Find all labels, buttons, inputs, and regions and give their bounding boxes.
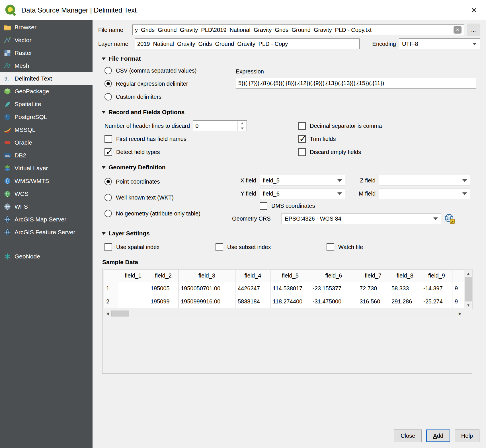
sidebar-item-label: ArcGIS Feature Server	[15, 229, 75, 236]
sidebar-item-geonode[interactable]: GeoNode	[0, 250, 93, 263]
virtual-layer-icon	[4, 165, 11, 172]
checkbox-icon	[327, 243, 334, 251]
checkbox-icon	[298, 135, 306, 143]
add-button[interactable]: Add	[426, 429, 450, 442]
checkbox-use-spatial-index[interactable]: Use spatial index	[104, 241, 216, 254]
geometry-crs-row: Geometry CRS EPSG:4326 - WGS 84	[232, 213, 480, 225]
sidebar-item-browser[interactable]: Browser	[0, 21, 93, 34]
sidebar-item-postgresql[interactable]: PostgreSQL	[0, 110, 93, 123]
sidebar-item-arcgis-feature-server[interactable]: ArcGIS Feature Server	[0, 226, 93, 239]
sidebar-item-delimited-text[interactable]: 9, Delimited Text	[0, 72, 93, 85]
vertical-scrollbar[interactable]	[464, 269, 473, 309]
sample-data-title: Sample Data	[98, 258, 480, 267]
data-source-manager-dialog: Data Source Manager | Delimited Text Bro…	[0, 0, 486, 448]
layer-name-value: 2019_National_Gravity_Grids_Ground_Gravi…	[137, 41, 288, 47]
sidebar-item-db2[interactable]: DB2 DB2	[0, 149, 93, 162]
sidebar-item-label: Raster	[15, 50, 32, 56]
expression-label: Expression	[236, 68, 476, 75]
checkbox-decimal-separator[interactable]: Decimal separator is comma	[298, 119, 480, 132]
checkbox-label: Trim fields	[310, 136, 336, 142]
radio-icon	[104, 194, 112, 201]
help-button[interactable]: Help	[455, 429, 479, 442]
section-geometry-definition[interactable]: Geometry Definition	[98, 163, 480, 172]
row-number: 2	[104, 295, 118, 308]
table-cell: 114.538017	[270, 282, 310, 295]
crs-dropdown[interactable]: EPSG:4326 - WGS 84	[282, 213, 441, 224]
window-close-button[interactable]	[467, 4, 481, 17]
radio-csv[interactable]: CSV (comma separated values)	[104, 64, 232, 77]
sidebar-item-raster[interactable]: Raster	[0, 46, 93, 59]
sidebar-item-vector[interactable]: Vector	[0, 34, 93, 46]
db2-icon: DB2	[4, 152, 11, 159]
section-file-format[interactable]: File Format	[98, 54, 480, 63]
header-lines-spinbox[interactable]: 0	[193, 120, 247, 131]
x-field-dropdown[interactable]: field_5	[260, 175, 345, 186]
sidebar-item-oracle[interactable]: Oracle	[0, 136, 93, 149]
checkbox-use-subset-index[interactable]: Use subset index	[216, 241, 327, 254]
encoding-dropdown[interactable]: UTF-8	[399, 38, 480, 49]
radio-point-coordinates[interactable]: Point coordinates	[104, 175, 232, 188]
select-crs-button[interactable]	[443, 213, 456, 225]
header-lines-value: 0	[193, 123, 237, 129]
radio-no-geometry[interactable]: No geometry (attribute only table)	[104, 207, 232, 220]
column-header: field_4	[235, 270, 270, 282]
radio-label: CSV (comma separated values)	[116, 67, 196, 74]
table-cell-clipped: 9	[452, 295, 464, 308]
browse-button[interactable]: ...	[467, 24, 480, 36]
layer-name-input[interactable]: 2019_National_Gravity_Grids_Ground_Gravi…	[135, 38, 360, 49]
mesh-icon	[4, 62, 11, 69]
checkbox-detect-field-types[interactable]: Detect field types	[104, 145, 298, 159]
sidebar-item-geopackage[interactable]: GeoPackage	[0, 85, 93, 98]
sidebar-item-label: WMS/WMTS	[15, 178, 49, 184]
scroll-up-icon[interactable]	[464, 270, 472, 277]
spin-down-button[interactable]	[238, 126, 247, 131]
table-cell: 291.286	[389, 295, 421, 308]
sidebar-item-wfs[interactable]: WFS	[0, 200, 93, 213]
sidebar-item-virtual-layer[interactable]: Virtual Layer	[0, 162, 93, 174]
clear-input-icon[interactable]	[454, 26, 462, 34]
table-cell	[118, 282, 148, 295]
sidebar-item-mssql[interactable]: MSSQL	[0, 123, 93, 136]
section-title: Geometry Definition	[108, 164, 166, 171]
horizontal-scrollbar[interactable]	[104, 310, 464, 317]
svg-text:9,: 9,	[5, 76, 9, 81]
sidebar-item-arcgis-map-server[interactable]: ArcGIS Map Server	[0, 213, 93, 226]
close-button[interactable]: Close	[394, 429, 422, 442]
sidebar-item-label: WCS	[15, 190, 28, 197]
checkbox-label: DMS coordinates	[271, 203, 315, 209]
checkbox-discard-empty-fields[interactable]: Discard empty fields	[298, 145, 480, 159]
horizontal-scroll-thumb[interactable]	[111, 311, 129, 317]
spin-up-button[interactable]	[238, 121, 247, 126]
checkbox-watch-file[interactable]: Watch file	[327, 241, 438, 254]
z-field-dropdown[interactable]	[379, 175, 470, 186]
main-panel: File name y_Grids_Ground_Gravity_PLD\201…	[93, 20, 486, 448]
arcgis-feature-server-icon	[4, 229, 11, 236]
section-record-fields-options[interactable]: Record and Fields Options	[98, 107, 480, 117]
radio-icon	[104, 93, 112, 100]
column-header: field_2	[148, 270, 179, 282]
checkbox-trim-fields[interactable]: Trim fields	[298, 132, 480, 145]
checkbox-dms-coordinates[interactable]: DMS coordinates	[260, 200, 480, 211]
section-layer-settings[interactable]: Layer Settings	[98, 229, 480, 238]
m-field-dropdown[interactable]	[379, 188, 470, 199]
y-field-dropdown[interactable]: field_6	[260, 188, 345, 199]
geometry-body: Point coordinates Well known text (WKT) …	[98, 175, 480, 225]
radio-custom-delimiters[interactable]: Custom delimiters	[104, 90, 232, 103]
expression-input[interactable]: 5})(.{7})(.{8})(.{5})(.{8})(.{12})(.{9})…	[236, 78, 476, 89]
scroll-down-icon[interactable]	[464, 301, 472, 309]
sidebar-item-spatialite[interactable]: SpatiaLite	[0, 98, 93, 110]
file-name-input[interactable]: y_Grids_Ground_Gravity_PLD\2019_National…	[132, 24, 464, 35]
source-type-sidebar: Browser Vector Raster Mesh 9, Delimited …	[0, 20, 93, 448]
radio-wkt[interactable]: Well known text (WKT)	[104, 191, 232, 204]
vertical-scroll-thumb[interactable]	[465, 277, 472, 301]
scroll-right-icon[interactable]	[456, 310, 464, 317]
expression-groupbox: Expression 5})(.{7})(.{8})(.{5})(.{8})(.…	[232, 66, 480, 103]
radio-regex-delimiter[interactable]: Regular expression delimiter	[104, 77, 232, 90]
sidebar-item-wms-wmts[interactable]: WMS/WMTS	[0, 174, 93, 187]
sidebar-item-wcs[interactable]: WCS	[0, 187, 93, 200]
checkbox-first-record-has-field-names[interactable]: First record has field names	[104, 132, 298, 145]
row-number: 1	[104, 282, 118, 295]
scroll-left-icon[interactable]	[104, 310, 111, 317]
raster-icon	[4, 49, 11, 57]
sidebar-item-mesh[interactable]: Mesh	[0, 59, 93, 72]
